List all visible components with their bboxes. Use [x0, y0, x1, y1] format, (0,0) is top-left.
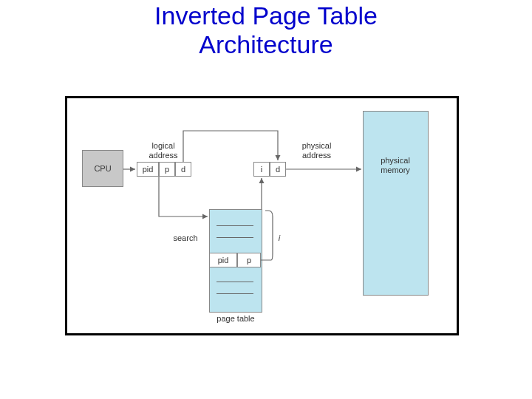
cpu-box: CPU [82, 150, 123, 187]
physical-i-cell: i [253, 162, 270, 177]
search-label: search [171, 233, 200, 243]
pagetable-entry-line [216, 282, 253, 282]
physical-memory-block [363, 111, 429, 296]
pagetable-entry-line [216, 225, 253, 226]
diagram-frame: CPU logical address pid p d i d physical… [65, 96, 459, 335]
pagetable-p-cell: p [237, 253, 261, 267]
logical-d-text: d [181, 165, 185, 174]
pagetable-entry-line [216, 293, 253, 294]
physical-d-text: d [276, 165, 280, 174]
pagetable-entry-line [216, 237, 253, 238]
pagetable-p-text: p [247, 256, 251, 265]
title-line-2: Architecture [0, 30, 532, 59]
physical-i-text: i [261, 165, 262, 174]
logical-address-label: logical address [145, 141, 182, 160]
physical-address-label: physical address [296, 141, 337, 160]
logical-d-cell: d [175, 162, 191, 177]
pagetable-pid-cell: pid [209, 253, 237, 267]
logical-p-cell: p [159, 162, 175, 177]
pagetable-pid-text: pid [218, 256, 229, 265]
physical-d-cell: d [270, 162, 286, 177]
page-table-caption: page table [215, 314, 256, 324]
logical-p-text: p [165, 165, 169, 174]
i-index-label: i [276, 233, 283, 243]
cpu-label: CPU [94, 164, 111, 173]
logical-pid-text: pid [143, 165, 154, 174]
physical-memory-label: physical memory [372, 156, 418, 175]
logical-pid-cell: pid [137, 162, 159, 177]
title-line-1: Inverted Page Table [0, 1, 532, 30]
